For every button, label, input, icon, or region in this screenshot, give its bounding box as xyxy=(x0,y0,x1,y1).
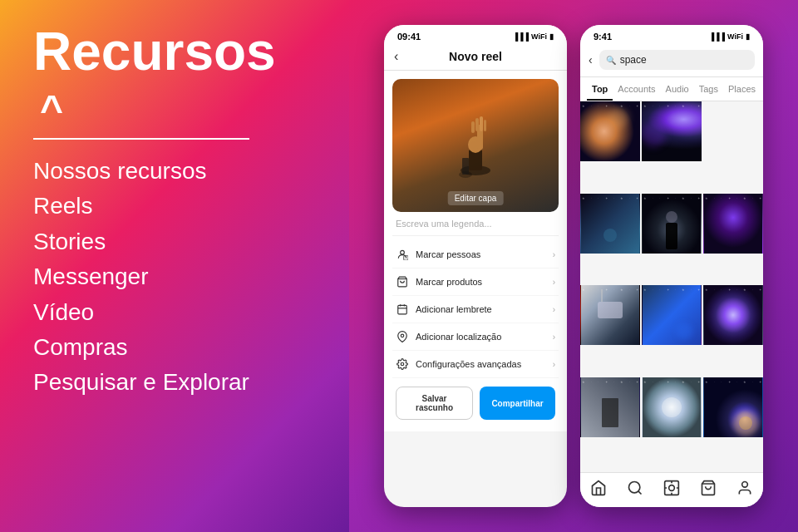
photo-cell-1[interactable] xyxy=(580,101,640,161)
signal-icon-r: ▐▐▐ xyxy=(709,32,725,41)
marcar-pessoas-icon xyxy=(396,248,409,261)
menu-item-compras[interactable]: Compras xyxy=(33,332,316,362)
photo-cell-11[interactable] xyxy=(703,377,763,437)
svg-point-43 xyxy=(739,416,752,430)
search-input-box[interactable]: 🔍 space xyxy=(599,50,755,70)
nav-search-icon[interactable] xyxy=(627,480,643,500)
phone-search: 9:41 ▐▐▐ WiFi ▮ ‹ 🔍 space Top Accounts A… xyxy=(580,25,763,507)
back-button[interactable]: ‹ xyxy=(394,49,398,64)
svg-rect-4 xyxy=(475,118,479,131)
caption-input[interactable]: Escreva uma legenda... xyxy=(392,212,559,236)
svg-point-25 xyxy=(603,229,617,242)
menu-item-messenger[interactable]: Messenger xyxy=(33,262,316,292)
svg-point-47 xyxy=(669,485,675,491)
reel-content: Editar capa Escreva uma legenda... Marca… xyxy=(384,71,567,431)
photo-cell-7[interactable] xyxy=(642,285,702,345)
photo-grid-container xyxy=(580,101,763,467)
option-marcar-pessoas[interactable]: Marcar pessoas › xyxy=(392,241,559,268)
status-bar-right: 9:41 ▐▐▐ WiFi ▮ xyxy=(580,25,763,45)
nav-home-icon[interactable] xyxy=(590,480,607,500)
left-panel: Recursos ^ Nossos recursos Reels Stories… xyxy=(0,0,349,532)
tab-top[interactable]: Top xyxy=(587,77,613,101)
photo-cell-10[interactable] xyxy=(642,377,702,437)
status-time-right: 9:41 xyxy=(594,32,612,42)
svg-point-10 xyxy=(401,250,405,254)
status-icons-left: ▐▐▐ WiFi ▮ xyxy=(513,32,554,41)
option-marcar-produtos[interactable]: Marcar produtos › xyxy=(392,268,559,296)
svg-point-18 xyxy=(401,362,404,366)
tab-accounts[interactable]: Accounts xyxy=(613,77,660,101)
status-icons-right: ▐▐▐ WiFi ▮ xyxy=(709,32,750,41)
photo-cell-2[interactable] xyxy=(642,101,702,161)
search-value: space xyxy=(620,54,647,66)
phone-novo-reel: 09:41 ▐▐▐ WiFi ▮ ‹ Novo reel xyxy=(384,25,567,507)
tab-places[interactable]: Places xyxy=(723,77,761,101)
svg-point-44 xyxy=(629,482,640,493)
menu-item-recursos[interactable]: Nossos recursos xyxy=(33,156,316,186)
svg-point-28 xyxy=(666,211,677,223)
chevron-icon-2: › xyxy=(553,278,555,287)
chevron-icon-4: › xyxy=(553,332,555,342)
wifi-icon: WiFi xyxy=(531,32,547,41)
chevron-icon: › xyxy=(553,250,555,259)
reel-action-buttons: Salvar rascunho Compartilhar xyxy=(392,378,559,423)
wifi-icon-r: WiFi xyxy=(727,32,743,41)
svg-rect-19 xyxy=(580,101,640,161)
page-title: Recursos ^ xyxy=(33,25,316,131)
battery-icon-r: ▮ xyxy=(746,32,750,41)
menu-item-stories[interactable]: Stories xyxy=(33,227,316,257)
reel-cover-image[interactable]: Editar capa xyxy=(392,79,559,212)
svg-point-23 xyxy=(642,122,666,147)
chevron-icon-5: › xyxy=(553,360,555,369)
svg-rect-33 xyxy=(643,285,701,345)
photo-cell-6[interactable] xyxy=(580,285,640,345)
status-bar-left: 09:41 ▐▐▐ WiFi ▮ xyxy=(384,25,567,45)
search-bar: ‹ 🔍 space xyxy=(580,45,763,77)
svg-point-17 xyxy=(401,334,404,337)
marcar-produtos-icon xyxy=(396,275,409,288)
search-back-button[interactable]: ‹ xyxy=(589,53,593,66)
save-draft-button[interactable]: Salvar rascunho xyxy=(396,387,473,420)
search-tabs: Top Accounts Audio Tags Places xyxy=(580,77,763,101)
tab-tags[interactable]: Tags xyxy=(694,77,723,101)
photo-cell-3[interactable] xyxy=(580,194,640,254)
svg-rect-31 xyxy=(598,302,623,318)
nav-reels-icon[interactable] xyxy=(663,480,680,500)
chevron-icon-3: › xyxy=(553,305,555,314)
editar-capa-label[interactable]: Editar capa xyxy=(448,191,504,205)
menu-item-reels[interactable]: Reels xyxy=(33,191,316,221)
title-text: Recursos xyxy=(33,22,276,81)
tab-audio[interactable]: Audio xyxy=(661,77,694,101)
bottom-navigation xyxy=(580,472,763,507)
svg-point-40 xyxy=(662,397,682,417)
novo-reel-header: ‹ Novo reel xyxy=(384,45,567,71)
right-panel: 09:41 ▐▐▐ WiFi ▮ ‹ Novo reel xyxy=(349,0,798,532)
svg-rect-27 xyxy=(666,223,677,249)
photo-grid xyxy=(580,101,763,467)
configuracoes-icon xyxy=(396,357,409,371)
photo-cell-8[interactable] xyxy=(703,285,763,345)
signal-icon: ▐▐▐ xyxy=(513,32,529,41)
option-lembrete[interactable]: Adicionar lembrete › xyxy=(392,296,559,323)
status-time-left: 09:41 xyxy=(397,32,421,42)
svg-point-34 xyxy=(676,323,692,339)
menu-item-video[interactable]: Vídeo xyxy=(33,298,316,328)
photo-cell-9[interactable] xyxy=(580,377,640,437)
header-title: Novo reel xyxy=(449,50,502,63)
svg-rect-24 xyxy=(581,194,639,254)
svg-rect-9 xyxy=(462,158,469,175)
photo-cell-5[interactable] xyxy=(703,194,763,254)
menu-list: Nossos recursos Reels Stories Messenger … xyxy=(33,156,316,398)
option-configuracoes[interactable]: Configurações avançadas › xyxy=(392,351,559,378)
title-divider xyxy=(33,138,249,140)
nav-shop-icon[interactable] xyxy=(700,480,717,500)
option-localizacao[interactable]: Adicionar localização › xyxy=(392,323,559,351)
menu-item-explorar[interactable]: Pesquisar e Explorar xyxy=(33,367,316,397)
nav-profile-icon[interactable] xyxy=(736,480,753,500)
search-icon: 🔍 xyxy=(606,56,616,65)
svg-rect-13 xyxy=(398,305,407,314)
svg-rect-7 xyxy=(471,121,475,133)
share-button[interactable]: Compartilhar xyxy=(480,387,555,420)
photo-cell-4[interactable] xyxy=(642,194,702,254)
svg-point-36 xyxy=(717,298,750,332)
